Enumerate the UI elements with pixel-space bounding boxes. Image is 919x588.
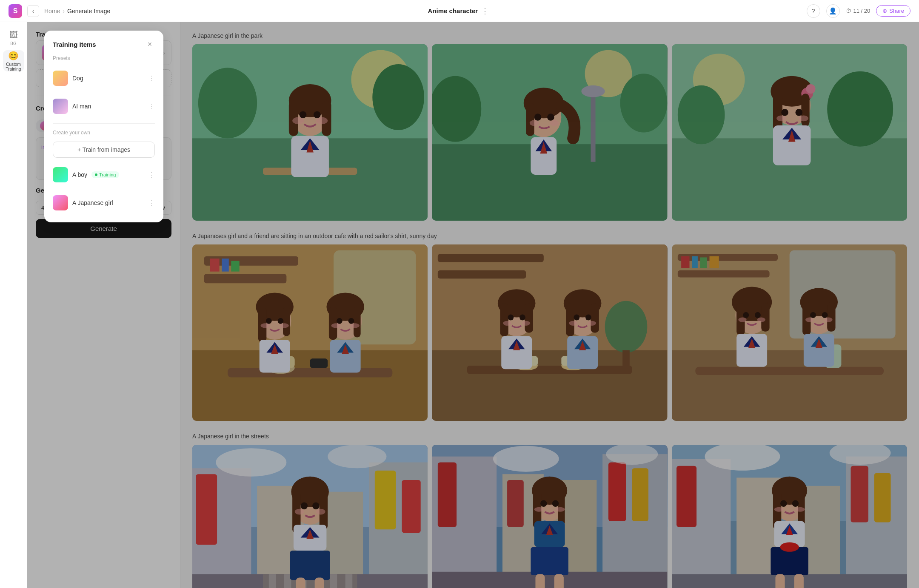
training-badge-dot (95, 173, 97, 176)
aboy-name: A boy (72, 171, 87, 178)
aboy-menu-icon[interactable]: ⋮ (148, 171, 155, 179)
page-menu-icon[interactable]: ⋮ (481, 6, 489, 16)
main-layout: 🖼 BG 😊 Custom Training Training Items A … (0, 22, 919, 588)
modal-item-left: A Japanese girl (53, 195, 113, 210)
presets-label: Presets (53, 55, 155, 61)
aiman-menu-icon[interactable]: ⋮ (148, 102, 155, 111)
icon-sidebar: 🖼 BG 😊 Custom Training (0, 22, 27, 588)
modal-item-a-boy[interactable]: A boy Training ⋮ (53, 164, 155, 186)
credits-icon: ⏱ (846, 8, 851, 14)
share-icon: ⊕ (882, 8, 887, 14)
top-nav: S ‹ Home › Generate Image Anime characte… (0, 0, 919, 22)
custom-training-icon: 😊 (8, 51, 19, 61)
back-button[interactable]: ‹ (27, 5, 39, 17)
sidebar-item-bg[interactable]: 🖼 BG (3, 27, 24, 48)
modal-separator (53, 123, 155, 124)
breadcrumb: Home › Generate Image (44, 8, 110, 14)
app-logo: S (9, 4, 22, 18)
dog-name: Dog (72, 75, 83, 82)
aiman-thumb (53, 99, 68, 114)
nav-right: ? 👤 ⏱ 11 / 20 ⊕ Share (807, 4, 910, 18)
custom-training-label: Custom Training (6, 62, 21, 71)
page-title: Anime character (428, 7, 478, 14)
modal-overlay[interactable]: Training Items × Presets Dog ⋮ AI man ⋮ … (27, 22, 919, 588)
share-label: Share (889, 8, 904, 14)
help-button[interactable]: ? (807, 4, 820, 18)
japanese-menu-icon[interactable]: ⋮ (148, 199, 155, 207)
breadcrumb-sep: › (63, 8, 65, 14)
credits-label: 11 / 20 (853, 8, 870, 14)
user-button[interactable]: 👤 (826, 4, 840, 18)
modal-item-ai-man[interactable]: AI man ⋮ (53, 95, 155, 117)
training-items-modal: Training Items × Presets Dog ⋮ AI man ⋮ … (44, 31, 163, 222)
bg-label: BG (10, 41, 16, 46)
japanese-thumb (53, 195, 68, 210)
aboy-thumb (53, 167, 68, 182)
credits-badge: ⏱ 11 / 20 (846, 8, 870, 14)
modal-title: Training Items (53, 41, 96, 48)
training-status-badge: Training (91, 171, 119, 178)
dog-thumb (53, 71, 68, 86)
create-own-label: Create your own (53, 130, 155, 136)
breadcrumb-home[interactable]: Home (44, 8, 60, 14)
nav-center: Anime character ⋮ (115, 6, 801, 16)
dog-menu-icon[interactable]: ⋮ (148, 74, 155, 82)
modal-header: Training Items × (53, 39, 155, 49)
modal-close-button[interactable]: × (145, 39, 155, 49)
modal-item-left: Dog (53, 71, 83, 86)
sidebar-item-custom-training[interactable]: 😊 Custom Training (3, 50, 24, 71)
share-button[interactable]: ⊕ Share (876, 5, 910, 17)
breadcrumb-current: Generate Image (67, 8, 110, 14)
modal-item-left: A boy Training (53, 167, 119, 182)
training-badge-label: Training (99, 172, 116, 177)
modal-item-japanese-girl[interactable]: A Japanese girl ⋮ (53, 192, 155, 214)
japanese-name: A Japanese girl (72, 199, 113, 206)
bg-icon: 🖼 (9, 30, 18, 40)
modal-item-dog[interactable]: Dog ⋮ (53, 67, 155, 89)
modal-add-training-button[interactable]: + Train from images (53, 142, 155, 158)
modal-item-left: AI man (53, 99, 91, 114)
aiman-name: AI man (72, 103, 91, 110)
